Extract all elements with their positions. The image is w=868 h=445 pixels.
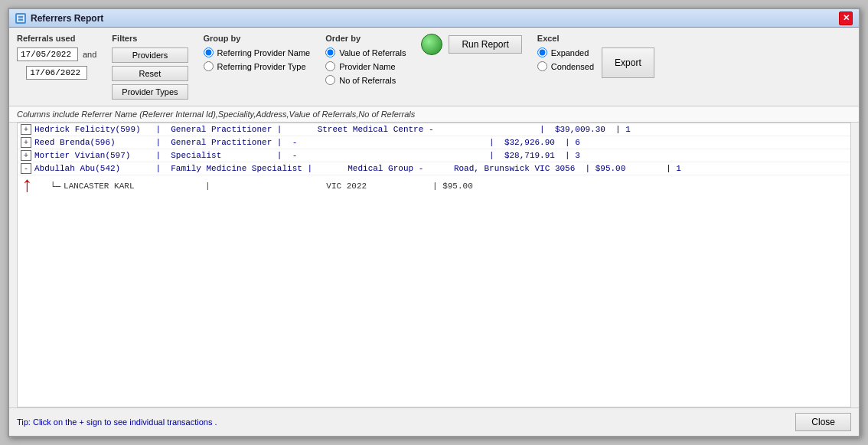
excel-section: Excel Expanded Condensed Export: [537, 34, 654, 78]
title-bar: Referrers Report ✕: [9, 9, 859, 28]
group-by-label: Group by: [204, 34, 311, 43]
green-indicator: [421, 34, 442, 55]
order-by-radio-group: Value of Referrals Provider Name No of R…: [325, 47, 406, 85]
excel-label: Excel: [537, 34, 654, 43]
title-bar-left: Referrers Report: [15, 13, 103, 24]
expand-icon[interactable]: +: [21, 137, 31, 148]
expand-icon[interactable]: +: [21, 150, 31, 161]
excel-radio-export: Expanded Condensed Export: [537, 47, 654, 78]
group-by-provider-name[interactable]: Referring Provider Name: [204, 47, 311, 57]
order-by-label: Order by: [325, 34, 406, 43]
table-row[interactable]: + Reed Brenda(596) | General Practitione…: [18, 136, 850, 149]
expand-icon[interactable]: +: [21, 124, 31, 135]
excel-radio-group: Expanded Condensed: [537, 47, 594, 71]
filters-section: Filters Providers Reset Provider Types: [112, 34, 188, 100]
tree-connector: └─: [51, 182, 60, 191]
date-from-row: and: [17, 47, 96, 61]
run-report-button[interactable]: Run Report: [449, 35, 521, 54]
provider-types-button[interactable]: Provider Types: [112, 84, 188, 100]
row-text: Hedrick Felicity(599) | General Practiti…: [34, 125, 847, 134]
window-title: Referrers Report: [31, 13, 103, 24]
date-group: and: [17, 47, 96, 80]
export-button[interactable]: Export: [602, 47, 654, 78]
table-row[interactable]: + Hedrick Felicity(599) | General Practi…: [18, 123, 850, 136]
reset-button[interactable]: Reset: [112, 66, 188, 81]
row-text: Mortier Vivian(597) | Specialist | - | $…: [34, 151, 847, 160]
red-arrow-icon: ↑: [21, 175, 34, 197]
group-by-radio-group: Referring Provider Name Referring Provid…: [204, 47, 311, 71]
filters-label: Filters: [112, 34, 188, 43]
order-by-provider[interactable]: Provider Name: [325, 61, 406, 71]
excel-condensed[interactable]: Condensed: [537, 61, 594, 71]
row-text: Reed Brenda(596) | General Practitioner …: [34, 138, 847, 147]
filter-buttons: Providers Reset Provider Types: [112, 47, 188, 100]
data-grid[interactable]: + Hedrick Felicity(599) | General Practi…: [17, 123, 851, 407]
referrals-used-label: Referrals used: [17, 34, 96, 43]
toolbar: Referrals used and Filters Providers Res…: [9, 28, 859, 106]
window-close-button[interactable]: ✕: [839, 11, 853, 25]
bottom-bar: Tip: Click on the + sign to see individu…: [9, 407, 859, 436]
date-to-input[interactable]: [26, 66, 87, 80]
columns-info: Columns include Referrer Name (Referrer …: [9, 106, 859, 123]
window-icon: [15, 13, 26, 24]
table-row[interactable]: + Mortier Vivian(597) | Specialist | - |…: [18, 149, 850, 162]
group-by-section: Group by Referring Provider Name Referri…: [204, 34, 311, 71]
row-text: Abdullah Abu(542) | Family Medicine Spec…: [34, 164, 847, 173]
close-button[interactable]: Close: [795, 413, 851, 431]
referrers-report-window: Referrers Report ✕ Referrals used and Fi…: [8, 8, 860, 437]
and-label: and: [83, 50, 96, 59]
providers-button[interactable]: Providers: [112, 47, 188, 63]
order-by-section: Order by Value of Referrals Provider Nam…: [325, 34, 406, 85]
table-row[interactable]: - Abdullah Abu(542) | Family Medicine Sp…: [18, 162, 850, 175]
red-arrow-container: ↑: [21, 175, 34, 197]
referrals-used-section: Referrals used and: [17, 34, 96, 80]
run-report-section: Run Report: [421, 34, 521, 55]
order-by-value[interactable]: Value of Referrals: [325, 47, 406, 57]
group-by-provider-type[interactable]: Referring Provider Type: [204, 61, 311, 71]
child-row-text: LANCASTER KARL | VIC 2022 | $95.00: [64, 182, 847, 191]
tip-text: Tip: Click on the + sign to see individu…: [17, 417, 217, 427]
order-by-count[interactable]: No of Referrals: [325, 75, 406, 85]
excel-expanded[interactable]: Expanded: [537, 47, 594, 57]
date-from-input[interactable]: [17, 47, 78, 61]
expand-icon[interactable]: -: [21, 163, 31, 174]
run-export-row: Run Report: [421, 34, 521, 55]
child-row[interactable]: └─ LANCASTER KARL | VIC 2022 | $95.00: [38, 181, 850, 192]
child-row-container: ↑ └─ LANCASTER KARL | VIC 2022 | $95.00: [18, 175, 850, 197]
